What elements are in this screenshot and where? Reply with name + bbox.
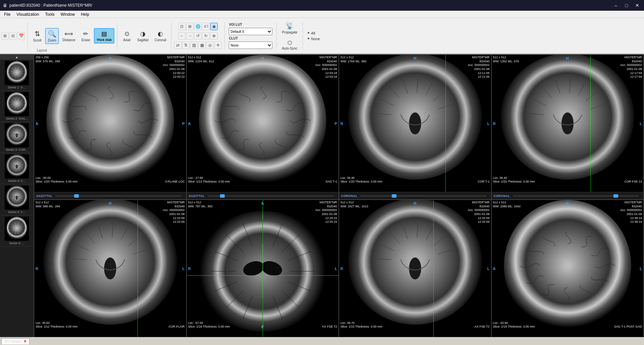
menu-tools[interactable]: Tools	[43, 11, 57, 17]
vp2-slider[interactable]	[208, 195, 334, 197]
tool-flip-v[interactable]: ⇅	[182, 42, 190, 49]
sep-4	[224, 22, 225, 49]
erase-tool[interactable]: ✏ Erase	[79, 28, 93, 44]
tool-loop[interactable]: ↺	[194, 32, 202, 40]
axial-label: Axial	[123, 38, 130, 42]
all-none-section: ✦ All ✦ None	[306, 29, 321, 42]
menu-window[interactable]: Window	[58, 11, 78, 17]
layout-btn-2[interactable]: ⊟	[9, 32, 17, 40]
titlebar-left: 🖥 patientID:832040 : PatientName MISTER^…	[3, 3, 92, 8]
scroll-tool[interactable]: ⇅ Scroll	[31, 28, 44, 44]
vp1-slider-thumb[interactable]	[74, 194, 79, 198]
layout-calendar[interactable]: 📅	[17, 32, 25, 40]
erase-icon: ✏	[83, 30, 88, 38]
clut-label: CLUT	[229, 37, 272, 40]
tool-arrow-r[interactable]: →	[186, 32, 194, 40]
viewport-3[interactable]: 512 x 512WW: 1764 WL: 882 MISTER^MR83204…	[339, 55, 491, 199]
viewer-tab-close[interactable]: ✕	[23, 339, 26, 344]
menu-file[interactable]: File	[1, 11, 13, 17]
layout-btn-1[interactable]: ⊞	[1, 32, 9, 40]
tool-crosshair[interactable]: ✛	[214, 42, 222, 49]
coronal-label: Coronal	[154, 38, 166, 42]
thick-slab-tool[interactable]: ▤ Thick Slab	[94, 28, 114, 44]
vp2-slider-thumb[interactable]	[220, 194, 225, 198]
viewport-1[interactable]: 256 x 256WW: 576 WL: 288 MISTER^MR832040…	[34, 55, 186, 199]
none-checkbox-row[interactable]: ✦ None	[307, 37, 320, 41]
all-label: All	[311, 31, 315, 35]
tool-select[interactable]: ◉	[210, 23, 218, 30]
viewport-7[interactable]: 512 x 512WW: 2027 WL: 1013 MISTER^MR8320…	[339, 200, 491, 344]
tool-arrow-l[interactable]: ←	[178, 32, 185, 40]
voi-select[interactable]: Default 0 Default 1 Default 2	[229, 28, 272, 35]
minimize-button[interactable]: –	[612, 1, 620, 9]
distance-icon: ⟺	[64, 30, 73, 38]
tool-target[interactable]: ⊕	[210, 32, 218, 40]
tool-circle[interactable]: ◎	[206, 42, 214, 49]
titlebar-controls: – □ ✕	[612, 1, 641, 9]
tool-tag[interactable]: 🏷	[202, 23, 210, 30]
menu-help[interactable]: Help	[78, 11, 92, 17]
viewport-2[interactable]: 512 x 512WW: 1224 WL: 612 MISTER^MR83204…	[187, 55, 339, 199]
menubar: File Visualization Tools Window Help	[0, 11, 644, 18]
series-label-3: Series 3: COR...	[6, 148, 28, 151]
tool-square[interactable]: ⊡	[178, 23, 185, 30]
sep-1	[28, 22, 28, 49]
axial-tool[interactable]: ⊙ Axial	[120, 28, 133, 44]
series-label-4: Series 4: C...	[8, 179, 25, 183]
series-item-6[interactable]: Series 6: ...	[0, 215, 34, 247]
sagittal-tool[interactable]: ◑ Sagittal	[135, 28, 151, 44]
propagate-label: Propagate	[282, 30, 297, 34]
series-thumb-5	[5, 186, 29, 210]
tool-img2[interactable]: ▦	[198, 42, 206, 49]
vp2-statusbar: SAGITTAL	[187, 192, 339, 199]
thick-slab-icon: ▤	[101, 30, 107, 38]
tool-flip-h[interactable]: ⇄	[174, 42, 181, 49]
viewport-5[interactable]: 512 x 512WW: 588 WL: 294 MISTER^MR832040…	[34, 200, 186, 344]
vp4-slider-thumb[interactable]	[613, 194, 618, 198]
vp1-image: 256 x 256WW: 576 WL: 288 MISTER^MR832040…	[34, 55, 186, 192]
distance-tool[interactable]: ⟺ Distance	[60, 28, 78, 44]
clut-select[interactable]: None Hot Metal Spectrum	[229, 42, 272, 49]
series-item-5[interactable]: Series 5: C...	[0, 184, 34, 215]
vp1-statusbar: SAGITTAL	[34, 192, 186, 199]
maximize-button[interactable]: □	[623, 1, 631, 9]
series-label-1: Series 1: 3-...	[8, 86, 26, 89]
viewer-tab[interactable]: 2D-Viewer ✕	[1, 338, 30, 344]
sync-tools: 📡 Propagate ⬡ Auto-Sync	[279, 20, 300, 52]
thick-slab-label: Thick Slab	[97, 38, 112, 42]
vp2-status-label: SAGITTAL	[189, 194, 205, 198]
auto-sync-icon: ⬡	[287, 40, 292, 46]
vp1-status-label: SAGITTAL	[36, 194, 52, 198]
viewport-4[interactable]: 512 x 512WW: 1352 WL: 676 MISTER^MR83204…	[492, 55, 644, 199]
voi-label: VOI LUT	[229, 23, 272, 26]
vp3-status-label: CORONAL	[341, 194, 358, 198]
tool-loop2[interactable]: ↻	[202, 32, 210, 40]
propagate-btn[interactable]: 📡 Propagate	[279, 20, 300, 36]
viewport-8[interactable]: 512 x 512WW: 2088 WL: 1042 MISTER^MR8320…	[492, 200, 644, 344]
viewport-6[interactable]: 512 x 512WW: 787 WL: 393 MISTER^MR832040…	[187, 200, 339, 344]
vp3-slider-thumb[interactable]	[392, 194, 396, 198]
sidebar-scroll-up[interactable]: ▲	[0, 54, 34, 60]
sidebar: ▲ Series 1: 3-... Series 2: SAG... Serie…	[0, 54, 34, 345]
series-item-4[interactable]: Series 4: C...	[0, 153, 34, 184]
sagittal-icon: ◑	[140, 30, 146, 38]
vp3-slider[interactable]	[360, 195, 486, 197]
all-checkbox-row[interactable]: ✦ All	[307, 31, 320, 35]
vp1-slider[interactable]	[55, 195, 181, 197]
close-button[interactable]: ✕	[633, 1, 641, 9]
coronal-tool[interactable]: ◐ Coronal	[152, 28, 168, 44]
tool-img1[interactable]: ▨	[190, 42, 198, 49]
series-label-2: Series 2: SAG...	[6, 117, 28, 120]
titlebar: 🖥 patientID:832040 : PatientName MISTER^…	[0, 0, 644, 11]
series-item-3[interactable]: Series 3: COR...	[0, 122, 34, 153]
series-thumb-2	[5, 92, 29, 116]
series-item-2[interactable]: Series 2: SAG...	[0, 91, 34, 122]
series-item-1[interactable]: Series 1: 3-...	[0, 60, 34, 91]
menu-visualization[interactable]: Visualization	[14, 11, 42, 17]
auto-sync-btn[interactable]: ⬡ Auto-Sync	[279, 38, 300, 52]
erase-label: Erase	[82, 38, 90, 42]
vp4-slider[interactable]	[513, 195, 639, 197]
tool-resize[interactable]: ⊞	[186, 23, 194, 30]
zoom-tool[interactable]: 🔍 Zoom	[45, 28, 59, 44]
tool-globe[interactable]: 🌐	[194, 23, 202, 30]
